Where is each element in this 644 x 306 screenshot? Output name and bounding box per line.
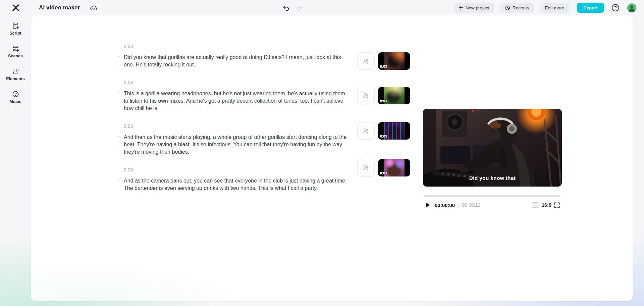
elements-icon bbox=[12, 67, 19, 75]
script-icon bbox=[12, 22, 19, 30]
segment-text[interactable]: This is a gorilla wearing headphones, bu… bbox=[124, 90, 349, 112]
sidebar-item-elements[interactable]: Elements bbox=[0, 67, 31, 81]
help-glyph: ? bbox=[614, 5, 617, 10]
thumbnail-duration-badge: 0:03 bbox=[380, 64, 387, 68]
voice-over-button[interactable] bbox=[357, 87, 375, 104]
seek-bar[interactable] bbox=[424, 195, 560, 197]
segment-handle-dot bbox=[118, 180, 119, 181]
export-label: Export bbox=[583, 5, 598, 10]
sidebar-item-label: Script bbox=[9, 31, 21, 36]
new-project-label: New project bbox=[466, 5, 489, 10]
voice-over-button[interactable] bbox=[357, 159, 375, 176]
avatar[interactable] bbox=[627, 3, 636, 12]
scene-media-row: 0:03 bbox=[357, 87, 410, 104]
scene-thumbnail[interactable]: 0:03 bbox=[378, 87, 410, 104]
sidebar-item-script[interactable]: Script bbox=[0, 22, 31, 36]
recents-label: Recents bbox=[513, 5, 529, 10]
play-icon[interactable] bbox=[426, 202, 430, 208]
aspect-ratio-icon[interactable] bbox=[532, 202, 539, 208]
scene-media-row: 0:03 bbox=[357, 159, 410, 176]
sidebar: Script Scenes Elements Music bbox=[0, 15, 31, 301]
recents-button[interactable]: Recents bbox=[500, 3, 534, 13]
redo-icon[interactable] bbox=[297, 5, 303, 11]
script-segment: 0:03 Did you know that gorillas are actu… bbox=[124, 44, 349, 68]
thumbnail-duration-badge: 0:03 bbox=[380, 171, 387, 175]
topbar-actions: New project Recents Edit more Export ? bbox=[454, 0, 636, 15]
thumbnail-duration-badge: 0:03 bbox=[380, 134, 387, 138]
scene-thumbnail[interactable]: 0:03 bbox=[378, 159, 410, 176]
clock-icon bbox=[505, 5, 510, 10]
sidebar-item-label: Music bbox=[9, 99, 21, 104]
help-icon[interactable]: ? bbox=[612, 4, 619, 11]
edit-more-label: Edit more bbox=[545, 5, 564, 10]
voice-over-button[interactable] bbox=[357, 52, 375, 70]
voice-icon bbox=[362, 92, 370, 99]
capcut-logo-icon[interactable] bbox=[11, 4, 20, 11]
segment-duration: 0:03 bbox=[124, 123, 349, 129]
scene-media-row: 0:03 bbox=[357, 122, 410, 140]
segment-handle-dot bbox=[118, 92, 119, 93]
voice-icon bbox=[362, 164, 370, 171]
time-divider: | bbox=[458, 203, 459, 208]
topbar: AI video maker New project bbox=[0, 0, 644, 15]
music-icon bbox=[12, 90, 19, 98]
scene-media-row: 0:03 bbox=[357, 52, 410, 70]
cloud-saved-icon[interactable] bbox=[90, 4, 98, 11]
history-controls bbox=[283, 0, 303, 15]
script-segment: 0:03 And then as the music starts playin… bbox=[124, 123, 349, 156]
segment-handle-dot bbox=[118, 56, 119, 57]
segment-handle-dot bbox=[118, 136, 119, 137]
script-segment: 0:03 This is a gorilla wearing headphone… bbox=[124, 80, 349, 112]
segment-duration: 0:03 bbox=[124, 80, 349, 85]
sidebar-item-label: Scenes bbox=[8, 54, 23, 58]
segment-duration: 0:03 bbox=[124, 44, 349, 49]
sidebar-item-music[interactable]: Music bbox=[0, 90, 31, 104]
page-title: AI video maker bbox=[39, 4, 80, 11]
segment-text[interactable]: And as the camera pans out, you can see … bbox=[124, 177, 349, 192]
new-project-button[interactable]: New project bbox=[454, 3, 494, 13]
aspect-ratio-label: 16:9 bbox=[542, 202, 551, 208]
subtitle-caption: Did you know that bbox=[423, 175, 562, 181]
segment-duration: 0:03 bbox=[124, 167, 349, 172]
video-preview[interactable]: Did you know that bbox=[423, 109, 562, 187]
script-segment: 0:03 And as the camera pans out, you can… bbox=[124, 167, 349, 192]
topbar-divider bbox=[30, 4, 30, 11]
fullscreen-icon[interactable] bbox=[554, 202, 560, 208]
current-time: 00:00:00 bbox=[435, 202, 455, 208]
edit-more-button[interactable]: Edit more bbox=[540, 3, 569, 13]
export-button[interactable]: Export bbox=[577, 3, 604, 13]
segment-text[interactable]: And then as the music starts playing, a … bbox=[124, 134, 349, 156]
total-time: 00:00:12 bbox=[462, 202, 480, 208]
script-list: 0:03 Did you know that gorillas are actu… bbox=[124, 44, 349, 203]
sidebar-item-label: Elements bbox=[6, 76, 25, 81]
scene-thumbnail[interactable]: 0:03 bbox=[378, 122, 410, 140]
plus-icon bbox=[459, 5, 463, 10]
undo-icon[interactable] bbox=[283, 5, 289, 11]
scene-thumbnail[interactable]: 0:03 bbox=[378, 52, 410, 70]
scenes-icon bbox=[12, 45, 19, 52]
player-right-controls: 16:9 bbox=[532, 202, 562, 208]
segment-text[interactable]: Did you know that gorillas are actually … bbox=[124, 54, 349, 68]
voice-over-button[interactable] bbox=[357, 122, 375, 140]
main-canvas: 0:03 Did you know that gorillas are actu… bbox=[31, 15, 633, 301]
sidebar-item-scenes[interactable]: Scenes bbox=[0, 45, 31, 58]
player-controls: 00:00:00 | 00:00:12 16:9 bbox=[423, 200, 562, 210]
thumbnail-duration-badge: 0:03 bbox=[380, 99, 387, 103]
voice-icon bbox=[362, 127, 370, 135]
voice-icon bbox=[362, 57, 370, 65]
